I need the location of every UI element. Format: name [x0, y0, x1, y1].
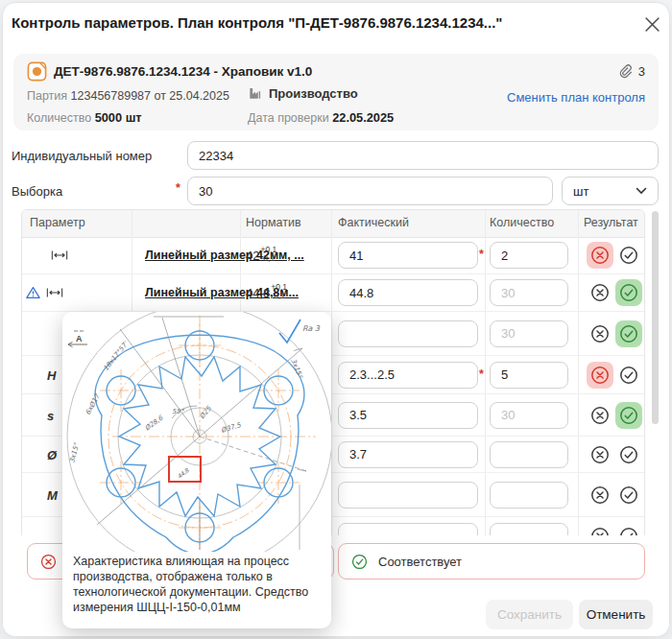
parameter-type-icon: H: [47, 367, 56, 382]
batch-info: Партия 123456789987 от 25.04.2025: [27, 89, 229, 103]
cross-circle-icon: [40, 554, 57, 570]
pass-result-button[interactable]: [615, 279, 642, 306]
header-result: Результат: [584, 216, 638, 229]
required-asterisk: *: [479, 367, 484, 380]
cancel-button[interactable]: Отменить: [579, 600, 653, 629]
actual-input[interactable]: [338, 482, 478, 509]
actual-input[interactable]: [338, 242, 478, 269]
fail-result-button[interactable]: [587, 482, 613, 509]
check-circle-icon: [619, 324, 638, 343]
dim-label: 18x17°57': [102, 340, 130, 372]
fail-result-button[interactable]: [587, 279, 613, 306]
change-plan-link[interactable]: Сменить план контроля: [507, 90, 645, 105]
required-asterisk: *: [176, 181, 180, 195]
sampling-input[interactable]: [187, 177, 553, 205]
dim-label: Ø28,6: [143, 414, 164, 432]
check-circle-icon: [619, 366, 638, 385]
actual-input[interactable]: [338, 279, 478, 306]
cross-circle-icon: [590, 485, 610, 505]
warning-icon: [26, 286, 40, 299]
attachments-count: 3: [638, 64, 645, 79]
header-actual: Фактический: [338, 216, 409, 229]
cross-circle-icon: [590, 324, 610, 343]
pass-result-button[interactable]: [615, 362, 642, 389]
dim-label: Ø37,5: [220, 421, 242, 435]
paperclip-icon: [617, 63, 633, 79]
dimension-icon: [46, 287, 63, 298]
required-asterisk: *: [479, 248, 484, 261]
part-title: ДЕТ-9876.9876.1234.1234 - Храповик v1.0: [54, 64, 312, 79]
check-date-info: Дата проверки 22.05.2025: [248, 110, 394, 125]
operation-info: Производство: [248, 86, 358, 101]
fail-result-button[interactable]: [587, 362, 613, 389]
actual-input[interactable]: [338, 320, 478, 347]
pass-summary-label: Соответствует: [378, 555, 462, 569]
check-circle-icon: [351, 554, 368, 570]
pass-result-button[interactable]: [615, 242, 642, 269]
save-button[interactable]: Сохранить: [486, 600, 573, 629]
highlight-value: 44,8: [177, 466, 191, 480]
close-icon: [645, 17, 660, 32]
attachments-button[interactable]: 3: [617, 63, 645, 79]
individual-number-label: Индивидуальный номер: [12, 149, 152, 163]
dim-label: Ø25: [198, 405, 213, 421]
quantity-input[interactable]: [490, 482, 568, 509]
close-button[interactable]: [639, 12, 664, 36]
quantity-input[interactable]: [490, 242, 568, 269]
pass-result-button[interactable]: [615, 320, 642, 347]
quantity-input[interactable]: [490, 441, 568, 468]
view-label: A: [76, 334, 83, 343]
check-date-label: Дата проверки: [248, 111, 329, 125]
individual-number-input[interactable]: [187, 141, 659, 170]
pass-result-button[interactable]: [615, 441, 642, 468]
part-icon: [27, 61, 47, 82]
actual-input[interactable]: [338, 362, 478, 389]
check-circle-icon: [619, 246, 638, 265]
info-card: ДЕТ-9876.9876.1234.1234 - Храповик v1.0 …: [13, 54, 659, 130]
unit-select[interactable]: шт: [562, 177, 659, 205]
dialog-title: Контроль параметров. План контроля "П-ДЕ…: [12, 14, 502, 31]
chevron-down-icon: [636, 187, 647, 195]
fail-result-button[interactable]: [587, 242, 613, 269]
check-circle-icon: [619, 406, 638, 425]
header-parameter: Параметр: [30, 216, 85, 229]
operation-value: Производство: [269, 86, 358, 101]
fail-result-button[interactable]: [587, 402, 613, 429]
factory-icon: [248, 86, 262, 101]
roughness-icon: [279, 320, 300, 343]
header-nominal: Норматив: [246, 216, 301, 229]
parameter-type-icon: Ø: [47, 447, 57, 462]
parameter-type-icon: s: [47, 408, 54, 422]
cross-circle-icon: [590, 283, 610, 302]
table-scrollbar[interactable]: [652, 211, 659, 424]
table-row: Линейный размер 44,8м... 44,8+0,1-0,1: [22, 274, 644, 312]
fail-result-button[interactable]: [587, 320, 613, 347]
characteristic-note: Характеристика влияющая на процесс произ…: [62, 552, 331, 628]
fail-result-button[interactable]: [587, 441, 613, 468]
check-circle-icon: [619, 283, 638, 302]
quantity-input[interactable]: [490, 362, 568, 389]
quantity-input[interactable]: [490, 402, 568, 429]
cross-circle-icon: [590, 366, 610, 385]
pass-summary-field[interactable]: Соответствует: [338, 543, 645, 580]
nominal-value: 44,8+0,1-0,1: [246, 284, 287, 301]
table-header: Параметр Норматив Фактический Количество…: [22, 210, 644, 238]
quantity-input[interactable]: [490, 279, 568, 306]
dim-label: 3x15°: [289, 358, 303, 380]
header-quantity: Количество: [490, 216, 554, 229]
parameter-type-icon: M: [47, 487, 58, 502]
check-circle-icon: [619, 445, 638, 464]
actual-input[interactable]: [338, 402, 478, 429]
nominal-value: 42+0,1-0,1: [246, 247, 276, 264]
cross-circle-icon: [590, 406, 610, 425]
unit-value: шт: [573, 184, 588, 199]
roughness-label: Ra 3: [302, 324, 321, 333]
dimension-icon: [51, 249, 68, 261]
parameter-link[interactable]: Линейный размер 42мм, ...: [145, 248, 304, 262]
batch-label: Партия: [27, 89, 67, 103]
pass-result-button[interactable]: [615, 482, 642, 509]
quantity-input[interactable]: [490, 320, 568, 347]
quantity-label: Количество: [27, 111, 91, 125]
pass-result-button[interactable]: [615, 402, 642, 429]
actual-input[interactable]: [338, 441, 478, 468]
